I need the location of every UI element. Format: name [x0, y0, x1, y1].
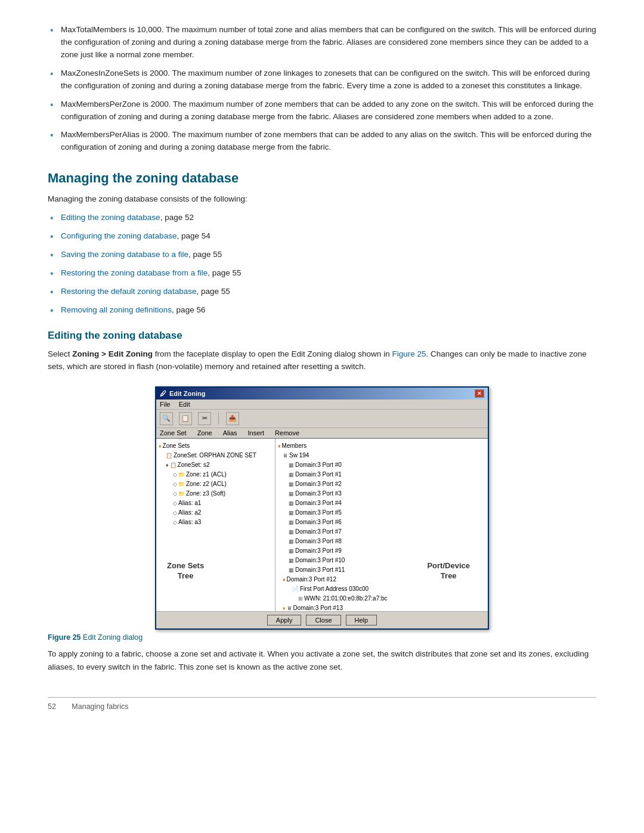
port-4[interactable]: ▦Domain:3 Port #4: [277, 498, 487, 508]
close-button[interactable]: Close: [306, 615, 340, 625]
toc-item-toc2: Configuring the zoning database, page 54: [48, 230, 596, 243]
label-remove[interactable]: Remove: [275, 429, 299, 436]
toolbar-icon-3[interactable]: ✂: [198, 412, 211, 425]
z3-icon: 📁: [178, 490, 185, 498]
s2-expand-icon: ♦: [166, 462, 169, 469]
label-alias[interactable]: Alias: [223, 429, 237, 436]
toc-page-toc2: , page 54: [177, 231, 210, 240]
port-6[interactable]: ▦Domain:3 Port #6: [277, 518, 487, 527]
intro-bullet-bullet3: MaxMembersPerZone is 2000. The maximum n…: [48, 98, 596, 123]
root-icon: ♦: [159, 442, 162, 450]
intro-bullet-bullet1: MaxTotalMembers is 10,000. The maximum n…: [48, 24, 596, 61]
intro-bullet-bullet2: MaxZonesInZoneSets is 2000. The maximum …: [48, 67, 596, 92]
figure-caption-label: Figure 25: [48, 633, 83, 642]
edit-zoning-dialog[interactable]: 🖊 Edit Zoning ✕ File Edit 🔍 📋 ✂ 📤 Zone S…: [155, 386, 489, 630]
menu-edit[interactable]: Edit: [179, 401, 190, 408]
dialog-titlebar: 🖊 Edit Zoning ✕: [156, 388, 488, 400]
dialog-close-button[interactable]: ✕: [475, 389, 484, 398]
tree-item-a3[interactable]: ◇ Alias: a3: [157, 518, 274, 527]
z2-icon: 📁: [178, 481, 185, 488]
tree-item-z3[interactable]: ◇ 📁 Zone: z3 (Soft): [157, 489, 274, 498]
port-device-tree-label: Port/DeviceTree: [427, 561, 470, 581]
toc-list: Editing the zoning database, page 52Conf…: [48, 212, 596, 317]
zone-sets-tree-label: Zone SetsTree: [167, 561, 204, 581]
toolbar-icon-4[interactable]: 📤: [226, 412, 239, 425]
figure-caption: Figure 25 Edit Zoning dialog: [48, 633, 596, 642]
dialog-title-text: Edit Zoning: [169, 390, 205, 397]
toc-item-toc3: Saving the zoning database to a file, pa…: [48, 249, 596, 261]
a2-label: Alias: a2: [178, 509, 201, 517]
tree-item-s2[interactable]: ♦ 📋 ZoneSet: s2: [157, 460, 274, 470]
label-zone-set[interactable]: Zone Set: [160, 429, 187, 436]
port-5[interactable]: ▦Domain:3 Port #5: [277, 508, 487, 518]
toolbar-icon-1[interactable]: 🔍: [160, 412, 173, 425]
z2-label: Zone: z2 (ACL): [186, 480, 227, 488]
port-device-tree-panel[interactable]: ♦ Members 🖥 Sw 194 ▦Domain:3 Port #0 ▦Do…: [275, 439, 488, 611]
toc-page-toc6: , page 56: [172, 305, 205, 314]
port-13-node[interactable]: ♦ 🖥 Domain:3 Port #13: [277, 603, 487, 611]
port-0[interactable]: ▦Domain:3 Port #0: [277, 460, 487, 470]
s2-icon: 📋: [170, 462, 177, 469]
body-paragraph-1: Select Zoning > Edit Zoning from the fac…: [48, 348, 596, 373]
a3-icon: ◇: [173, 519, 177, 527]
dialog-icon: 🖊: [160, 390, 166, 397]
z3-expand: ◇: [173, 490, 177, 498]
toc-page-toc5: , page 55: [196, 287, 230, 296]
toc-link-toc1[interactable]: Editing the zoning database: [61, 213, 160, 222]
label-zone[interactable]: Zone: [197, 429, 212, 436]
figure-25-container: 🖊 Edit Zoning ✕ File Edit 🔍 📋 ✂ 📤 Zone S…: [48, 386, 596, 642]
intro-bullet-list: MaxTotalMembers is 10,000. The maximum n…: [48, 24, 596, 154]
orphan-icon: 📋: [166, 452, 172, 460]
toc-page-toc4: , page 55: [208, 268, 241, 277]
tree-item-a1[interactable]: ◇ Alias: a1: [157, 498, 274, 508]
toolbar-icon-2[interactable]: 📋: [179, 412, 192, 425]
section-intro: Managing the zoning database consists of…: [48, 193, 596, 206]
port-8[interactable]: ▦Domain:3 Port #8: [277, 537, 487, 546]
toc-link-toc6[interactable]: Removing all zoning definitions: [61, 305, 172, 314]
footer-separator: [61, 702, 67, 711]
tree-item-root: ♦ Zone Sets: [157, 441, 274, 451]
tree-item-orphan[interactable]: 📋 ZoneSet: ORPHAN ZONE SET: [157, 451, 274, 460]
help-button[interactable]: Help: [346, 615, 377, 625]
port-1[interactable]: ▦Domain:3 Port #1: [277, 470, 487, 479]
zone-sets-tree-panel[interactable]: ♦ Zone Sets 📋 ZoneSet: ORPHAN ZONE SET ♦…: [156, 439, 275, 611]
toc-page-toc1: , page 52: [160, 213, 194, 222]
toolbar-separator: [218, 413, 219, 425]
label-insert[interactable]: Insert: [248, 429, 265, 436]
port-3[interactable]: ▦Domain:3 Port #3: [277, 489, 487, 498]
apply-button[interactable]: Apply: [267, 615, 302, 625]
page-number: 52: [48, 702, 56, 711]
toc-item-toc6: Removing all zoning definitions, page 56: [48, 304, 596, 317]
tree-item-a2[interactable]: ◇ Alias: a2: [157, 508, 274, 518]
tree-item-z1[interactable]: ◇ 📁 Zone: z1 (ACL): [157, 470, 274, 479]
s2-label: ZoneSet: s2: [178, 461, 210, 469]
section-heading: Managing the zoning database: [48, 171, 596, 186]
toc-link-toc5[interactable]: Restoring the default zoning database: [61, 287, 196, 296]
right-sw194[interactable]: 🖥 Sw 194: [277, 451, 487, 460]
figure-caption-text: Edit Zoning dialog: [83, 633, 143, 642]
z1-expand: ◇: [173, 471, 177, 479]
dialog-content: ♦ Zone Sets 📋 ZoneSet: ORPHAN ZONE SET ♦…: [156, 438, 488, 611]
body-paragraph-2: To apply zoning to a fabric, choose a zo…: [48, 648, 596, 673]
tree-item-z2[interactable]: ◇ 📁 Zone: z2 (ACL): [157, 479, 274, 489]
toc-item-toc1: Editing the zoning database, page 52: [48, 212, 596, 224]
port-7[interactable]: ▦Domain:3 Port #7: [277, 527, 487, 537]
body-p1-bold: Zoning > Edit Zoning: [72, 349, 153, 358]
body-p1-before: Select: [48, 349, 72, 358]
toc-link-toc4[interactable]: Restoring the zoning database from a fil…: [61, 268, 208, 277]
sw194-icon: 🖥: [283, 452, 288, 460]
toc-link-toc3[interactable]: Saving the zoning database to a file: [61, 250, 188, 259]
root-label: Zone Sets: [163, 442, 190, 450]
port-12-wwn: ⊞ WWN: 21:01:00:e0:8b:27:a7:bc: [277, 594, 487, 603]
figure-25-link[interactable]: Figure 25: [392, 349, 426, 358]
menu-file[interactable]: File: [160, 401, 171, 408]
toc-page-toc3: , page 55: [188, 250, 222, 259]
page-footer: 52 Managing fabrics: [48, 697, 596, 711]
port-9[interactable]: ▦Domain:3 Port #9: [277, 546, 487, 556]
dialog-footer: Apply Close Help: [156, 611, 488, 628]
toc-item-toc4: Restoring the zoning database from a fil…: [48, 267, 596, 280]
toc-link-toc2[interactable]: Configuring the zoning database: [61, 231, 177, 240]
port-2[interactable]: ▦Domain:3 Port #2: [277, 479, 487, 489]
z1-label: Zone: z1 (ACL): [186, 470, 227, 479]
intro-bullet-bullet4: MaxMembersPerAlias is 2000. The maximum …: [48, 129, 596, 154]
